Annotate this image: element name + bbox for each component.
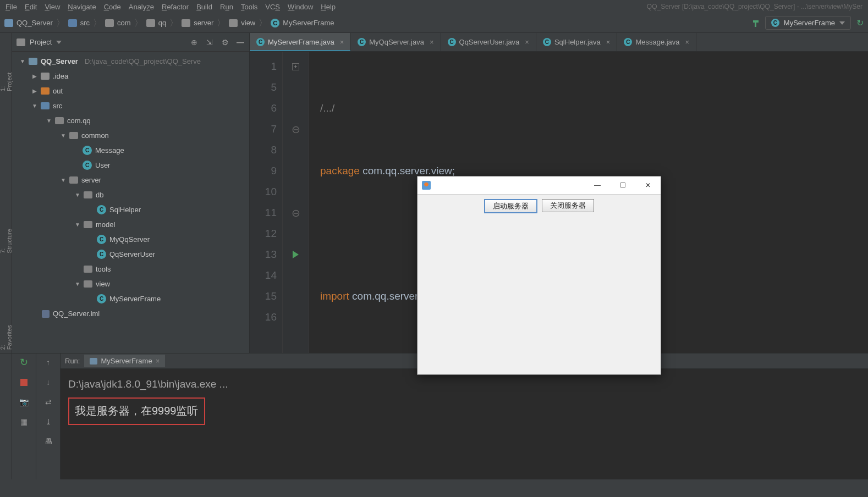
tree-src[interactable]: ▼src [12, 98, 249, 113]
stop-server-button[interactable]: 关闭服务器 [542, 199, 594, 212]
tree-message[interactable]: Message [12, 143, 249, 158]
menu-run[interactable]: Run [220, 3, 233, 11]
class-icon: C [771, 19, 779, 27]
menu-tools[interactable]: Tools [241, 3, 257, 11]
java-app-body: 启动服务器 关闭服务器 [417, 195, 661, 374]
java-titlebar[interactable]: — ☐ ✕ [417, 176, 661, 195]
menu-navigate[interactable]: Navigate [68, 3, 96, 11]
up-arrow-icon[interactable]: ↑ [43, 357, 54, 368]
close-icon[interactable]: × [156, 357, 160, 365]
side-tab-project[interactable]: 1: Project [0, 69, 13, 91]
window-title: QQ_Server [D:\java_code\QQ_project\QQ_Se… [647, 3, 862, 10]
class-icon [624, 38, 632, 46]
tree-module-root[interactable]: ▼QQ_ServerD:\java_code\QQ_project\QQ_Ser… [12, 54, 249, 69]
menu-window[interactable]: Window [288, 3, 313, 11]
class-icon [256, 38, 265, 46]
print-icon[interactable]: 🖶 [43, 436, 54, 447]
close-icon[interactable]: × [340, 38, 344, 46]
run-icon[interactable]: ↻ [856, 18, 864, 28]
tree-server[interactable]: ▼server [12, 173, 249, 187]
close-icon[interactable]: × [525, 38, 529, 46]
close-button[interactable]: ✕ [635, 176, 661, 195]
run-gutter-icon[interactable] [293, 251, 299, 258]
run-tools-col2: ↑ ↓ ⇄ ⤓ 🖶 [36, 354, 61, 479]
menu-help[interactable]: Help [321, 3, 336, 11]
breadcrumb-item[interactable]: MyServerFrame [283, 19, 334, 27]
folder-icon [182, 19, 190, 27]
tree-iml[interactable]: QQ_Server.iml [12, 306, 249, 321]
class-icon [97, 205, 106, 214]
console-line: D:\java\jdk1.8.0_91\bin\java.exe ... [68, 374, 860, 394]
minimize-button[interactable]: — [585, 176, 610, 195]
menu-edit[interactable]: Edit [25, 3, 37, 11]
close-icon[interactable]: × [430, 38, 434, 46]
tree-common[interactable]: ▼common [12, 128, 249, 143]
project-panel-header: Project ⊕ ⇲ ⚙ [12, 33, 249, 52]
gear-icon[interactable]: ⚙ [221, 38, 229, 47]
breadcrumb-item[interactable]: server [194, 19, 213, 27]
collapse-icon[interactable]: ⇲ [205, 38, 214, 47]
tab-message[interactable]: Message.java× [617, 33, 696, 51]
tree-tools[interactable]: tools [12, 262, 249, 277]
close-icon[interactable]: × [606, 38, 611, 46]
hide-icon[interactable] [236, 38, 245, 47]
menu-file[interactable]: File [6, 3, 17, 11]
close-icon[interactable]: × [685, 38, 690, 46]
menu-vcs[interactable]: VCS [265, 3, 280, 11]
folder-icon [146, 19, 155, 27]
menu-refactor[interactable]: Refactor [162, 3, 189, 11]
menu-build[interactable]: Build [196, 3, 212, 11]
tree-view[interactable]: ▼view [12, 277, 249, 291]
tree-user[interactable]: User [12, 158, 249, 173]
tree-out[interactable]: ▶out [12, 84, 249, 98]
breadcrumb-item[interactable]: qq [158, 19, 166, 27]
class-icon [97, 235, 106, 244]
locate-icon[interactable]: ⊕ [190, 38, 199, 47]
menu-analyze[interactable]: Analyze [129, 3, 154, 11]
build-icon[interactable] [752, 19, 760, 27]
wrap-icon[interactable]: ⇄ [43, 396, 54, 407]
tree-model[interactable]: ▼model [12, 217, 249, 232]
start-server-button[interactable]: 启动服务器 [484, 199, 537, 213]
breadcrumb-item[interactable]: view [241, 19, 255, 27]
class-icon [97, 250, 106, 259]
breadcrumb-item[interactable]: src [80, 19, 90, 27]
run-config-selector[interactable]: C MyServerFrame [765, 16, 851, 30]
tree-idea[interactable]: ▶.idea [12, 69, 249, 84]
tab-myserverframe[interactable]: MyServerFrame.java× [250, 33, 351, 51]
run-tools-col1: ↻ 📷 ▦ [12, 354, 36, 479]
camera-icon[interactable]: 📷 [19, 396, 30, 407]
java-app-window[interactable]: — ☐ ✕ 启动服务器 关闭服务器 [417, 176, 661, 375]
stop-icon[interactable] [19, 377, 30, 388]
menu-code[interactable]: Code [104, 3, 121, 11]
tab-myqqserver[interactable]: MyQqServer.java× [351, 33, 441, 51]
tab-sqlhelper[interactable]: SqlHelper.java× [536, 33, 617, 51]
tree-db[interactable]: ▼db [12, 187, 249, 202]
class-icon [543, 38, 551, 46]
java-icon [422, 181, 431, 190]
chevron-down-icon[interactable] [56, 41, 62, 44]
class-icon [97, 294, 106, 303]
breadcrumb-item[interactable]: QQ_Server [17, 19, 53, 27]
iml-icon [42, 310, 50, 318]
tab-qqserveruser[interactable]: QqServerUser.java× [441, 33, 536, 51]
tree-qqserveruser[interactable]: QqServerUser [12, 247, 249, 262]
rerun-icon[interactable]: ↻ [19, 357, 30, 368]
fold-icon[interactable]: + [292, 63, 299, 70]
breadcrumb-item[interactable]: com [117, 19, 131, 27]
side-tab-structure[interactable]: 7: Structure [0, 227, 13, 253]
menu-view[interactable]: View [45, 3, 60, 11]
down-arrow-icon[interactable]: ↓ [43, 377, 54, 388]
maximize-button[interactable]: ☐ [610, 176, 635, 195]
tree-pkg[interactable]: ▼com.qq [12, 113, 249, 128]
tree-myserverframe[interactable]: MyServerFrame [12, 291, 249, 306]
scroll-icon[interactable]: ⤓ [43, 416, 54, 427]
layout-icon[interactable]: ▦ [19, 416, 30, 427]
side-tab-favorites[interactable]: 2: Favorites [0, 323, 13, 350]
tree-sqlhelper[interactable]: SqlHelper [12, 202, 249, 217]
class-icon [83, 146, 92, 155]
project-tree: ▼QQ_ServerD:\java_code\QQ_project\QQ_Ser… [12, 52, 249, 353]
run-tab-active[interactable]: MyServerFrame × [84, 355, 165, 367]
console-output[interactable]: D:\java\jdk1.8.0_91\bin\java.exe ... 我是服… [61, 369, 868, 479]
tree-myqqserver[interactable]: MyQqServer [12, 232, 249, 247]
